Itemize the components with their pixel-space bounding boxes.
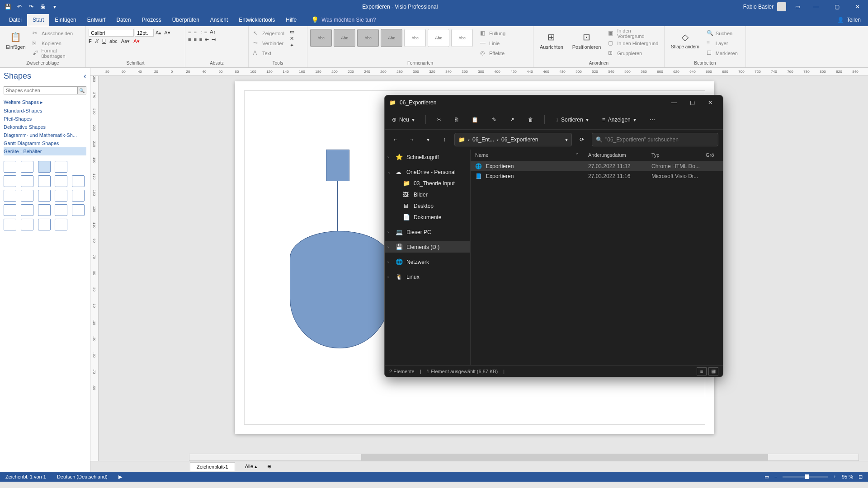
line-button[interactable]: —Linie	[478, 39, 507, 48]
col-size[interactable]: Grö	[706, 152, 714, 158]
undo-icon[interactable]: ↶	[15, 3, 24, 11]
rectangle-tool-icon[interactable]: ▭	[290, 29, 294, 35]
back-button[interactable]: ←	[389, 133, 402, 146]
tab-prozess[interactable]: Prozess	[136, 14, 166, 26]
minimize-icon[interactable]: —	[806, 0, 826, 14]
sidebar-thispc[interactable]: ›💻Dieser PC	[385, 226, 470, 238]
presentation-mode-icon[interactable]: ▭	[764, 474, 769, 480]
shape-thumb[interactable]	[55, 204, 67, 216]
scrollbar-thumb[interactable]	[361, 454, 768, 460]
indent-left-icon[interactable]: ⇤	[205, 37, 209, 42]
zoom-slider-thumb[interactable]	[805, 474, 809, 479]
user-avatar[interactable]	[777, 2, 786, 11]
page-tab-all[interactable]: Alle ▴	[239, 462, 264, 471]
font-size-select[interactable]	[135, 29, 154, 37]
print-icon[interactable]: 🖶	[39, 3, 47, 11]
shape-thumb[interactable]	[4, 190, 16, 202]
font-name-select[interactable]	[89, 29, 134, 37]
shape-thumb[interactable]	[21, 161, 33, 173]
vessel-top-shape[interactable]	[326, 150, 349, 181]
case-button[interactable]: Aa▾	[121, 38, 130, 44]
col-name[interactable]: Name ⌃	[475, 152, 588, 158]
tab-hilfe[interactable]: Hilfe	[280, 14, 302, 26]
cut-button[interactable]: ✂	[434, 115, 444, 125]
shape-cat-diagramm[interactable]: Diagramm- und Mathematik-Sh...	[4, 131, 86, 139]
style-box-6[interactable]: Abc	[428, 29, 449, 47]
change-shape-button[interactable]: ◇Shape ändern	[667, 29, 703, 50]
connector-tool-button[interactable]: ⤳Verbinder	[251, 39, 286, 48]
share-button[interactable]: 👤 Teilen	[837, 17, 861, 23]
shape-cat-standard[interactable]: Standard-Shapes	[4, 107, 86, 115]
tab-entwurf[interactable]: Entwurf	[82, 14, 111, 26]
sidebar-linux[interactable]: ›🐧Linux	[385, 271, 470, 282]
page-tab-1[interactable]: Zeichenblatt-1	[190, 462, 235, 471]
shape-thumb[interactable]	[38, 175, 51, 187]
bold-button[interactable]: F	[89, 38, 92, 44]
close-icon[interactable]: ✕	[847, 0, 868, 14]
tab-datei[interactable]: Datei	[4, 14, 27, 26]
col-type[interactable]: Typ	[651, 152, 706, 158]
shape-cat-pfeil[interactable]: Pfeil-Shapes	[4, 115, 86, 123]
sort-button[interactable]: ↕Sortieren▾	[553, 115, 591, 125]
tab-einfuegen[interactable]: Einfügen	[49, 14, 81, 26]
explorer-minimize-icon[interactable]: —	[666, 97, 682, 108]
sidebar-desktop[interactable]: 🖥Desktop	[385, 200, 470, 211]
freeform-tool-icon[interactable]: ✦	[290, 42, 294, 48]
effects-button[interactable]: ◎Effekte	[478, 49, 507, 58]
shape-thumb[interactable]	[4, 204, 16, 216]
paste-button[interactable]: 📋 Einfügen	[3, 29, 29, 51]
view-button[interactable]: ≡Anzeigen▾	[599, 115, 639, 125]
align-middle-icon[interactable]: ≡	[193, 29, 196, 35]
sidebar-dokumente[interactable]: 📄Dokumente	[385, 211, 470, 223]
shape-thumb[interactable]	[4, 219, 16, 230]
sidebar-network[interactable]: ›🌐Netzwerk	[385, 256, 470, 267]
col-date[interactable]: Änderungsdatum	[588, 152, 651, 158]
style-box-4[interactable]: Abc	[381, 29, 402, 47]
style-box-7[interactable]: Abc	[451, 29, 473, 47]
language-status[interactable]: Deutsch (Deutschland)	[57, 474, 108, 479]
fill-button[interactable]: ◧Füllung	[478, 29, 507, 38]
explorer-maximize-icon[interactable]: ▢	[684, 97, 700, 108]
address-bar[interactable]: 📁 › 06_Ent... › 06_Exportieren ▾	[454, 133, 572, 146]
collapse-panel-icon[interactable]: ‹	[84, 71, 86, 81]
save-icon[interactable]: 💾	[4, 3, 12, 11]
align-center-icon[interactable]: ≡	[193, 37, 196, 42]
shrink-font-icon[interactable]: A▾	[163, 29, 171, 37]
shape-thumb[interactable]	[21, 219, 33, 230]
shape-cat-geraete[interactable]: Geräte - Behälter	[4, 147, 86, 155]
shape-thumb[interactable]	[4, 161, 16, 173]
chevron-down-icon[interactable]: ▾	[565, 136, 568, 143]
rename-button[interactable]: ✎	[489, 115, 499, 125]
tab-ansicht[interactable]: Ansicht	[205, 14, 233, 26]
sidebar-quickaccess[interactable]: ›⭐Schnellzugriff	[385, 151, 470, 163]
italic-button[interactable]: K	[95, 38, 99, 44]
share-button[interactable]: ↗	[507, 115, 517, 125]
font-color-button[interactable]: A▾	[133, 38, 139, 44]
sidebar-onedrive[interactable]: ⌄☁OneDrive - Personal	[385, 166, 470, 178]
select-button[interactable]: ☐Markieren	[705, 49, 740, 58]
shape-thumb[interactable]	[55, 175, 67, 187]
more-button[interactable]: ⋯	[647, 115, 658, 125]
text-direction-icon[interactable]: A↕	[210, 29, 216, 35]
add-page-icon[interactable]: ⊕	[267, 464, 271, 469]
thumbnails-view-icon[interactable]: ▦	[708, 367, 718, 375]
align-top-icon[interactable]: ≡	[188, 29, 191, 35]
copy-button[interactable]: ⎘Kopieren	[31, 39, 83, 48]
tab-entwicklertools[interactable]: Entwicklertools	[233, 14, 280, 26]
recent-button[interactable]: ▾	[422, 133, 434, 146]
find-button[interactable]: 🔍Suchen	[705, 29, 740, 38]
shape-thumb[interactable]	[55, 161, 67, 173]
file-row[interactable]: 🌐 Exportieren 27.03.2022 11:32 Chrome HT…	[471, 161, 723, 171]
bring-front-button[interactable]: ▣In den Vordergrund	[606, 29, 661, 38]
horizontal-scrollbar[interactable]	[189, 454, 859, 461]
shape-thumb[interactable]	[38, 161, 51, 173]
tab-ueberpruefen[interactable]: Überprüfen	[167, 14, 205, 26]
indent-right-icon[interactable]: ⇥	[212, 37, 216, 42]
pointer-tool-button[interactable]: ↖Zeigertool	[251, 29, 286, 38]
ribbon-display-icon[interactable]: ▭	[795, 4, 800, 10]
up-button[interactable]: ↑	[438, 133, 451, 146]
user-name[interactable]: Fabio Basler	[743, 4, 774, 10]
shape-thumb[interactable]	[72, 175, 85, 187]
shapes-search-input[interactable]	[4, 86, 77, 94]
refresh-button[interactable]: ⟳	[576, 133, 588, 146]
